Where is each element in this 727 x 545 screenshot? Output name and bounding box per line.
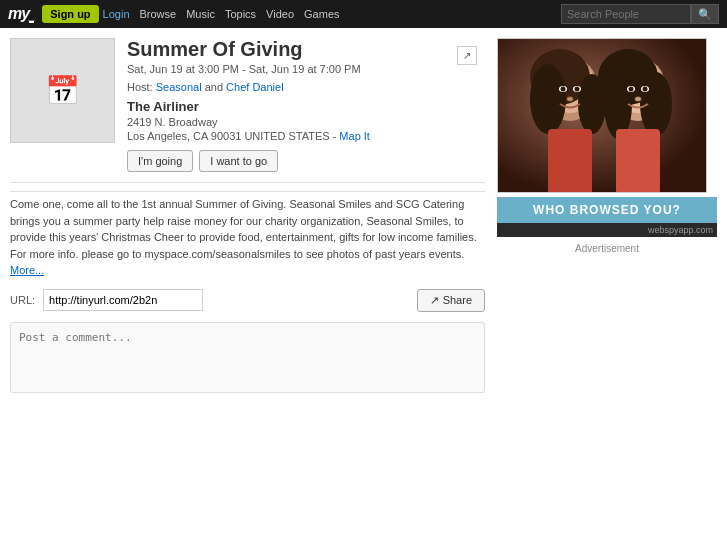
section-divider (10, 182, 485, 183)
event-title: Summer Of Giving (127, 38, 485, 61)
nav-browse[interactable]: Browse (140, 8, 177, 20)
share-button[interactable]: ↗ Share (417, 289, 485, 312)
photo-image (498, 39, 707, 193)
svg-point-21 (643, 87, 648, 92)
share-bar: URL: ↗ Share (10, 289, 485, 312)
signup-button[interactable]: Sign up (42, 5, 98, 23)
nav-music[interactable]: Music (186, 8, 215, 20)
nav-games[interactable]: Games (304, 8, 339, 20)
svg-point-12 (640, 72, 672, 136)
map-link[interactable]: Map It (339, 130, 370, 142)
description-text: Come one, come all to the 1st annual Sum… (10, 198, 477, 260)
svg-point-19 (629, 87, 634, 92)
advertisement-label: Advertisement (497, 243, 717, 254)
svg-point-17 (575, 87, 580, 92)
logo-underscore: _ (29, 9, 34, 23)
comment-box (10, 322, 485, 393)
svg-point-11 (604, 69, 632, 139)
host-and: and (205, 81, 223, 93)
nav-topics[interactable]: Topics (225, 8, 256, 20)
venue-name: The Airliner (127, 99, 485, 114)
share-icon: ↗ (430, 294, 439, 307)
svg-point-23 (635, 97, 641, 101)
want-to-go-button[interactable]: I want to go (199, 150, 278, 172)
event-info: Summer Of Giving ↗ Sat, Jun 19 at 3:00 P… (127, 38, 485, 172)
event-top-row: Summer Of Giving ↗ (127, 38, 485, 61)
url-input[interactable] (43, 289, 203, 311)
svg-rect-13 (616, 129, 660, 193)
event-date: Sat, Jun 19 at 3:00 PM - Sat, Jun 19 at … (127, 63, 485, 75)
event-header: 📅 Summer Of Giving ↗ Sat, Jun 19 at 3:00… (10, 38, 485, 172)
search-button[interactable]: 🔍 (691, 4, 719, 24)
search-input[interactable] (561, 4, 691, 24)
search-area: 🔍 (561, 4, 719, 24)
webspy-label: webspyapp.com (497, 223, 717, 237)
event-actions: I'm going I want to go (127, 150, 485, 172)
comment-input[interactable] (19, 331, 476, 381)
svg-point-15 (561, 87, 566, 92)
login-button[interactable]: Login (103, 8, 130, 20)
more-link[interactable]: More... (10, 264, 44, 276)
nav-links: Browse Music Topics Video Games (140, 8, 340, 20)
browsed-photo (497, 38, 707, 193)
main-content: 📅 Summer Of Giving ↗ Sat, Jun 19 at 3:00… (0, 28, 727, 403)
event-address1: 2419 N. Broadway (127, 116, 485, 128)
site-logo: my_ (8, 5, 34, 23)
event-thumbnail: 📅 (10, 38, 115, 143)
who-browsed-label: WHO BROWSED YOU? (497, 197, 717, 223)
event-content: 📅 Summer Of Giving ↗ Sat, Jun 19 at 3:00… (10, 38, 485, 393)
going-button[interactable]: I'm going (127, 150, 193, 172)
navbar: my_ Sign up Login Browse Music Topics Vi… (0, 0, 727, 28)
host1-link[interactable]: Seasonal (156, 81, 202, 93)
svg-point-22 (567, 97, 573, 101)
share-label: Share (443, 294, 472, 306)
sidebar: WHO BROWSED YOU? webspyapp.com Advertise… (497, 38, 717, 393)
calendar-icon: 📅 (45, 74, 80, 107)
host-prefix: Host: (127, 81, 156, 93)
event-host: Host: Seasonal and Chef Daniel (127, 81, 485, 93)
svg-point-5 (530, 64, 566, 134)
nav-video[interactable]: Video (266, 8, 294, 20)
svg-rect-7 (548, 129, 592, 193)
url-label: URL: (10, 294, 35, 306)
event-description: Come one, come all to the 1st annual Sum… (10, 191, 485, 279)
external-link-button[interactable]: ↗ (457, 46, 477, 65)
event-address2: Los Angeles, CA 90031 UNITED STATES - Ma… (127, 130, 485, 142)
address2-text: Los Angeles, CA 90031 UNITED STATES - (127, 130, 336, 142)
host2-link[interactable]: Chef Daniel (226, 81, 283, 93)
